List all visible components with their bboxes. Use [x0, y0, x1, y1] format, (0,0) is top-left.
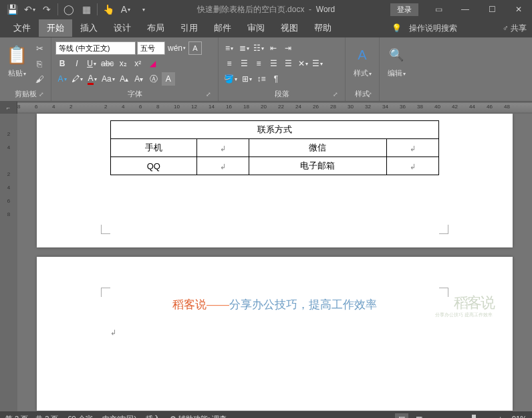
zoom-slider[interactable]: − +: [435, 415, 503, 418]
format-painter-icon[interactable]: 🖌: [32, 72, 47, 86]
vertical-ruler[interactable]: 242468: [0, 114, 17, 411]
ribbon-tabs: 文件 开始 插入 设计 布局 引用 邮件 审阅 视图 帮助 💡 操作说明搜索 ♂…: [0, 19, 532, 37]
shrink-font-icon[interactable]: A▾: [132, 72, 146, 86]
save-icon[interactable]: 💾: [4, 1, 20, 17]
tab-view[interactable]: 视图: [273, 19, 306, 37]
print-layout-icon[interactable]: ▤: [395, 413, 408, 418]
contact-table[interactable]: 联系方式 手机 ↲ 微信 ↲ QQ ↲ 电子邮箱 ↲: [110, 120, 439, 175]
borders-icon[interactable]: ⊞▾: [240, 72, 253, 86]
redo-icon[interactable]: ↷: [39, 1, 55, 17]
qat-spacing-icon[interactable]: A▾: [118, 1, 134, 17]
status-page[interactable]: 第 2 页，共 2 页: [5, 414, 58, 419]
tab-mail[interactable]: 邮件: [206, 19, 239, 37]
tab-review[interactable]: 审阅: [239, 19, 273, 37]
tab-insert[interactable]: 插入: [72, 19, 106, 37]
asian-layout-icon[interactable]: ✕▾: [296, 57, 309, 70]
shading-icon[interactable]: 🪣▾: [223, 72, 239, 86]
justify-icon[interactable]: ☰: [267, 57, 280, 70]
bullets-icon[interactable]: ≡▾: [223, 41, 236, 55]
numbering-icon[interactable]: ≣▾: [237, 41, 251, 55]
increase-indent-icon[interactable]: ⇥: [281, 41, 295, 55]
phonetic-guide-icon[interactable]: wén▾: [166, 41, 187, 55]
group-styles: A 样式▾ 样式 ⤢: [346, 37, 380, 101]
multilevel-icon[interactable]: ☷▾: [252, 41, 265, 55]
show-marks-icon[interactable]: ¶: [269, 72, 283, 86]
login-button[interactable]: 登录: [390, 3, 418, 16]
char-border-icon[interactable]: A: [188, 41, 202, 55]
align-right-icon[interactable]: ≡: [252, 57, 265, 70]
underline-button[interactable]: U▾: [85, 57, 98, 70]
clipboard-icon: 📋: [6, 41, 27, 68]
decrease-indent-icon[interactable]: ⇤: [267, 41, 280, 55]
tab-file[interactable]: 文件: [5, 19, 39, 37]
lightbulb-icon[interactable]: 💡: [390, 23, 404, 33]
status-a11y[interactable]: ⚙ 辅助功能: 调查: [170, 414, 227, 419]
tell-me-search[interactable]: 操作说明搜索: [409, 23, 457, 34]
font-launcher-icon[interactable]: ⤢: [205, 91, 213, 99]
align-left-icon[interactable]: ≡: [223, 57, 236, 70]
minimize-icon[interactable]: —: [452, 0, 479, 19]
change-case-icon[interactable]: A: [162, 72, 175, 86]
page-2: 稻客说 分享办公技巧 提高工作效率 稻客说——分享办公技巧，提高工作效率 ↲: [37, 257, 513, 411]
paragraph-launcher-icon[interactable]: ⤢: [331, 91, 340, 99]
table-row: QQ ↲ 电子邮箱 ↲: [111, 157, 439, 175]
zoom-in-icon[interactable]: +: [499, 415, 503, 418]
sort-icon[interactable]: ☰▾: [311, 57, 324, 70]
view-buttons: ▭ ▤ ▦: [378, 413, 426, 418]
styles-launcher-icon[interactable]: ⤢: [366, 91, 374, 99]
group-label-font: 字体 ⤢: [55, 88, 214, 100]
highlight-icon[interactable]: 🖍▾: [70, 72, 84, 86]
status-lang[interactable]: 中文(中国): [102, 414, 136, 419]
tab-home[interactable]: 开始: [39, 19, 72, 37]
editing-button[interactable]: 🔍 编辑▾: [384, 41, 409, 78]
ruler-corner: ⌐: [0, 102, 17, 114]
clipboard-launcher-icon[interactable]: ⤢: [37, 91, 45, 99]
quick-access-toolbar: 💾 ↶▾ ↷ ◯ ▦ 👆 A▾ ▾: [0, 1, 151, 17]
tab-design[interactable]: 设计: [106, 19, 139, 37]
paste-button[interactable]: 📋 粘贴▾: [4, 41, 29, 78]
strikethrough-button[interactable]: abc: [100, 57, 115, 70]
char-shading-icon[interactable]: Aa▾: [100, 72, 116, 86]
group-label-styles: 样式 ⤢: [350, 88, 375, 100]
maximize-icon[interactable]: ☐: [479, 0, 505, 19]
zoom-level[interactable]: 91%: [512, 415, 527, 418]
subscript-button[interactable]: x₂: [116, 57, 130, 70]
window-controls: 登录 ▭ — ☐ ✕: [390, 0, 532, 19]
document-area[interactable]: 联系方式 手机 ↲ 微信 ↲ QQ ↲ 电子邮箱 ↲ 稻客说: [17, 114, 532, 411]
italic-button[interactable]: I: [70, 57, 84, 70]
tab-references[interactable]: 引用: [172, 19, 206, 37]
close-icon[interactable]: ✕: [505, 0, 532, 19]
grow-font-icon[interactable]: A▴: [118, 72, 131, 86]
qat-record-icon[interactable]: ◯: [61, 1, 77, 17]
group-label-clipboard: 剪贴板 ⤢: [4, 88, 47, 100]
undo-icon[interactable]: ↶▾: [21, 1, 37, 17]
styles-button[interactable]: A 样式▾: [350, 41, 375, 78]
web-layout-icon[interactable]: ▦: [412, 413, 426, 418]
qat-touch-icon[interactable]: 👆: [100, 1, 116, 17]
enclose-char-icon[interactable]: Ⓐ: [147, 72, 160, 86]
tab-help[interactable]: 帮助: [306, 19, 340, 37]
font-name-select[interactable]: [55, 41, 136, 55]
superscript-button[interactable]: x²: [131, 57, 144, 70]
distribute-icon[interactable]: ☰: [281, 57, 295, 70]
align-center-icon[interactable]: ☰: [237, 57, 251, 70]
clear-format-icon[interactable]: ◢: [146, 57, 159, 70]
read-mode-icon[interactable]: ▭: [378, 413, 391, 418]
share-button[interactable]: ♂ 共享: [503, 23, 527, 34]
status-words[interactable]: 69 个字: [68, 414, 92, 419]
tab-layout[interactable]: 布局: [139, 19, 172, 37]
group-editing: 🔍 编辑▾: [380, 37, 413, 101]
ribbon-display-icon[interactable]: ▭: [425, 0, 452, 19]
cut-icon[interactable]: ✂: [32, 41, 47, 55]
line-spacing-icon[interactable]: ↕≡: [255, 72, 268, 86]
qat-customize-icon[interactable]: ▾: [135, 1, 151, 17]
copy-icon[interactable]: ⎘: [32, 57, 47, 70]
text-effects-icon[interactable]: A▾: [55, 72, 69, 86]
font-size-select[interactable]: [137, 41, 165, 55]
zoom-out-icon[interactable]: −: [435, 415, 439, 418]
horizontal-ruler[interactable]: ⌐ 86422468101214161820222426283032343638…: [0, 102, 532, 114]
font-color-icon[interactable]: A▾: [86, 72, 99, 86]
bold-button[interactable]: B: [55, 57, 69, 70]
qat-table-icon[interactable]: ▦: [78, 1, 94, 17]
status-mode[interactable]: 插入: [146, 414, 160, 419]
